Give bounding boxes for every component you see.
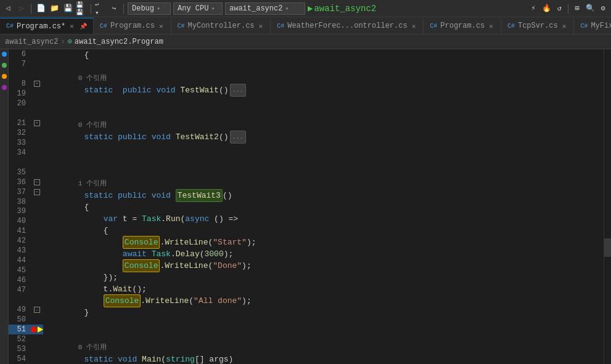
fold-49[interactable]: − xyxy=(34,307,40,313)
cpu-label: Any CPU xyxy=(178,4,208,13)
tab-program-cs-active[interactable]: C# Program.cs* ✕ 📌 xyxy=(0,18,94,34)
console-highlight-39: Console xyxy=(123,236,160,249)
line-8: 8 + xyxy=(9,79,43,89)
tab-close-1[interactable]: ✕ xyxy=(68,22,75,31)
ln-42: 42 xyxy=(9,237,31,245)
new-file-icon[interactable]: 📄 xyxy=(35,3,46,14)
fire-icon[interactable]: 🔥 xyxy=(541,3,552,14)
ln-39: 39 xyxy=(9,207,31,216)
code-line-20 xyxy=(46,108,604,119)
ln-45: 45 xyxy=(9,266,31,275)
tab-label-5: Program.cs xyxy=(440,22,485,30)
line-32: 32 xyxy=(9,128,43,138)
code-line-39: Console . WriteLine ( "Start" ); xyxy=(46,237,604,248)
open-icon[interactable]: 📁 xyxy=(49,3,60,14)
activity-dot-2 xyxy=(2,63,7,68)
tab-close-6[interactable]: ✕ xyxy=(561,22,568,31)
run-button[interactable]: ▶ await_async2 xyxy=(308,3,376,14)
tab-label-4: WeatherForec...ontroller.cs xyxy=(287,22,407,30)
activity-dot-4 xyxy=(2,85,7,90)
tab-program-cs-3[interactable]: C# Program.cs ✕ xyxy=(424,18,501,34)
cs-icon-3: C# xyxy=(178,23,185,30)
redo-icon[interactable]: ↪ xyxy=(109,3,120,14)
line-52: 52 xyxy=(9,334,43,344)
ln-6: 6 xyxy=(9,50,31,59)
undo-icon[interactable]: ↩ ▾ xyxy=(95,3,106,14)
tab-weatherforecast[interactable]: C# WeatherForec...ontroller.cs ✕ xyxy=(271,18,424,34)
fold-37[interactable]: − xyxy=(34,189,40,195)
fold-36[interactable]: − xyxy=(34,179,40,185)
cpu-dropdown[interactable]: Any CPU ▾ xyxy=(173,2,223,15)
project-dropdown[interactable]: await_async2 ▾ xyxy=(225,2,305,15)
line-ref21 xyxy=(9,108,43,118)
code-line-19 xyxy=(46,96,604,108)
ln-35: 35 xyxy=(9,168,31,177)
back-icon[interactable]: ◁ xyxy=(2,3,14,14)
save-all-icon[interactable]: 💾💾 xyxy=(76,3,87,14)
code-refline-21: 0 个引用 xyxy=(46,119,604,131)
scroll-thumb[interactable] xyxy=(604,238,611,257)
project-label: await_async2 xyxy=(229,4,282,13)
line-49: 49 − xyxy=(9,305,43,315)
line-ref8 xyxy=(9,69,43,79)
ln-32: 32 xyxy=(9,129,31,137)
ln-33: 33 xyxy=(9,139,31,147)
save-icon[interactable]: 💾 xyxy=(62,3,73,14)
settings-icon[interactable]: ⚙ xyxy=(597,3,609,14)
activity-dot-3 xyxy=(2,74,7,79)
fold-21[interactable]: + xyxy=(34,120,40,126)
tab-label-6: TcpSvr.cs xyxy=(518,22,558,30)
code-line-32 xyxy=(46,143,604,155)
line-19: 19 xyxy=(9,89,43,99)
tab-program-cs-2[interactable]: C# Program.cs ✕ xyxy=(94,18,171,34)
code-line-33 xyxy=(46,155,604,166)
current-line-arrow xyxy=(38,326,43,333)
line-33: 33 xyxy=(9,138,43,148)
ln-21: 21 xyxy=(9,119,31,127)
code-editor[interactable]: { 0 个引用 static public void TestWait() ..… xyxy=(43,49,604,364)
ln-54: 54 xyxy=(9,355,31,363)
collapsed-21[interactable]: ... xyxy=(230,131,246,144)
debug-config-dropdown[interactable]: Debug ▾ xyxy=(128,2,171,15)
line-45: 45 xyxy=(9,265,43,275)
code-refline-8: 0 个引用 xyxy=(46,73,604,84)
performance-icon[interactable]: ⚡ xyxy=(528,3,539,14)
line-40: 40 xyxy=(9,216,43,226)
tab-close-2[interactable]: ✕ xyxy=(158,22,165,31)
breadcrumb-class[interactable]: await_async2.Program xyxy=(75,38,163,46)
layout-icon[interactable]: ⊞ xyxy=(572,3,583,14)
ln-52: 52 xyxy=(9,335,31,344)
line-36: 36 − xyxy=(9,177,43,187)
code-refline-49: 0 个引用 xyxy=(46,342,604,354)
collapsed-8[interactable]: ... xyxy=(230,84,246,97)
tab-close-4[interactable]: ✕ xyxy=(411,22,417,31)
tab-myfixedfilter[interactable]: C# MyFixedFilter.cs ✕ xyxy=(574,18,611,34)
fold-8[interactable]: + xyxy=(34,81,40,87)
code-line-34 xyxy=(46,166,604,178)
cs-icon-7: C# xyxy=(580,23,588,30)
tab-tcpsvr[interactable]: C# TcpSvr.cs ✕ xyxy=(501,18,574,34)
code-line-47 xyxy=(46,330,604,342)
code-line-41: Console . WriteLine ( "Done" ); xyxy=(46,260,604,272)
tab-close-3[interactable]: ✕ xyxy=(258,22,264,31)
editor-container: 6 7 8 + 19 20 xyxy=(0,49,611,364)
search-icon[interactable]: 🔍 xyxy=(584,3,596,14)
forward-icon[interactable]: ▷ xyxy=(16,3,27,14)
line-34: 34 xyxy=(9,148,43,158)
reload-icon[interactable]: ↺ xyxy=(554,3,565,14)
breadcrumb-project[interactable]: await_async2 xyxy=(5,38,58,46)
code-line-43: t. Wait (); xyxy=(46,283,604,295)
gc-36: − xyxy=(31,179,43,185)
minimap-scrollbar[interactable] xyxy=(604,49,611,364)
cpu-chevron: ▾ xyxy=(211,5,215,12)
breakpoint-51[interactable] xyxy=(31,326,37,333)
tab-mycontroller[interactable]: C# MyController.cs ✕ xyxy=(171,18,271,34)
tab-close-5[interactable]: ✕ xyxy=(488,22,494,31)
pin-icon-1[interactable]: 📌 xyxy=(80,23,87,30)
ln-36: 36 xyxy=(9,178,31,187)
code-line-37: var t = Task. Run( async () => xyxy=(46,213,604,225)
breadcrumb-icon: ⊙ xyxy=(68,37,72,46)
line-39: 39 xyxy=(9,207,43,217)
ln-37: 37 xyxy=(9,188,31,196)
line-7: 7 xyxy=(9,59,43,69)
